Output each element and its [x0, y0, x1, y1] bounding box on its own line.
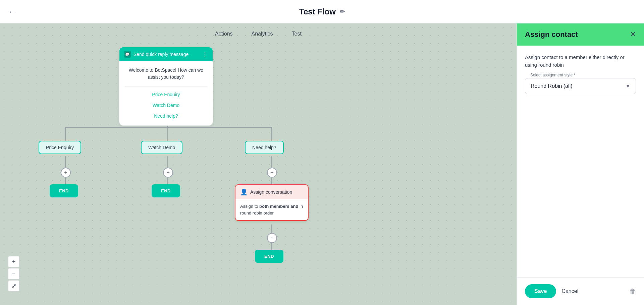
header: ← Test Flow ✏ [0, 0, 644, 23]
flow-canvas: 💬 Send quick reply message ⋮ Welcome to … [0, 44, 517, 305]
select-assignment-style-group: Select assignment style * Round Robin (a… [525, 75, 636, 94]
page-title: Test Flow ✏ [299, 7, 345, 16]
branch-price-enquiry[interactable]: Price Enquiry [39, 141, 81, 154]
branch-need-help[interactable]: Need help? [245, 141, 284, 154]
quick-reply-message: Welcome to BotSpace! How can we assist y… [125, 67, 207, 81]
right-panel-body: Assign contact to a member either direct… [517, 46, 644, 277]
add-button-watch-demo[interactable]: + [163, 168, 173, 178]
assign-conv-body: Assign to both members and in round robi… [235, 199, 308, 220]
branch-watch-demo[interactable]: Watch Demo [141, 141, 182, 154]
select-assignment-style[interactable]: Round Robin (all) ▼ [525, 78, 636, 94]
quick-reply-option-1[interactable]: Watch Demo [125, 101, 207, 109]
panel-description: Assign contact to a member either direct… [525, 54, 636, 69]
tab-actions[interactable]: Actions [206, 28, 242, 40]
quick-reply-option-0[interactable]: Price Enquiry [125, 90, 207, 99]
cancel-button[interactable]: Cancel [561, 288, 578, 294]
zoom-out-button[interactable]: − [8, 268, 19, 280]
right-panel-header: Assign contact ✕ [517, 23, 644, 46]
assign-conv-pre-text: Assign to [240, 204, 259, 209]
connector-lines [0, 44, 517, 305]
right-panel: Assign contact ✕ Assign contact to a mem… [517, 23, 644, 305]
title-text: Test Flow [299, 7, 336, 16]
quick-reply-header: 💬 Send quick reply message ⋮ [119, 47, 213, 61]
end-node-bottom: END [255, 250, 283, 263]
back-button[interactable]: ← [8, 7, 15, 16]
assign-conv-icon: 👤 [240, 188, 248, 196]
quick-reply-body: Welcome to BotSpace! How can we assist y… [119, 61, 213, 125]
message-icon: 💬 [124, 51, 131, 58]
assign-conversation-node[interactable]: 👤 Assign conversation Assign to both mem… [235, 184, 309, 221]
main-layout: Actions Analytics Test [0, 23, 644, 305]
quick-reply-label: Send quick reply message [133, 52, 189, 57]
zoom-controls: + − ⤢ [8, 256, 19, 292]
quick-reply-option-2[interactable]: Need help? [125, 112, 207, 120]
add-button-price-enquiry[interactable]: + [61, 168, 71, 178]
save-button[interactable]: Save [525, 284, 556, 298]
edit-icon[interactable]: ✏ [340, 8, 345, 15]
zoom-in-button[interactable]: + [8, 256, 19, 267]
canvas-tabs: Actions Analytics Test [0, 23, 517, 45]
back-icon: ← [8, 7, 15, 16]
chevron-down-icon: ▼ [626, 83, 630, 89]
delete-button[interactable]: 🗑 [629, 288, 636, 295]
right-panel-title: Assign contact [525, 30, 578, 39]
add-button-need-help[interactable]: + [267, 168, 277, 178]
add-button-below-assign[interactable]: + [267, 233, 277, 243]
assign-conv-bold-text: both members and [259, 204, 298, 209]
assign-conv-header: 👤 Assign conversation [235, 185, 308, 199]
right-panel-footer: Save Cancel 🗑 [517, 277, 644, 305]
fit-button[interactable]: ⤢ [8, 280, 19, 292]
select-assignment-value: Round Robin (all) [531, 83, 573, 89]
end-node-watch-demo: END [152, 184, 180, 197]
quick-reply-options: Price Enquiry Watch Demo Need help? [125, 86, 207, 120]
tab-test[interactable]: Test [282, 28, 311, 40]
assign-conv-header-text: Assign conversation [250, 189, 292, 195]
footer-actions: Save Cancel [525, 284, 578, 298]
quick-reply-menu-icon[interactable]: ⋮ [202, 51, 208, 58]
end-node-price-enquiry: END [50, 184, 78, 197]
tab-analytics[interactable]: Analytics [242, 28, 282, 40]
close-button[interactable]: ✕ [630, 30, 636, 39]
quick-reply-header-left: 💬 Send quick reply message [124, 51, 189, 58]
canvas-area: Actions Analytics Test [0, 23, 517, 305]
quick-reply-node: 💬 Send quick reply message ⋮ Welcome to … [119, 47, 213, 126]
select-assignment-label: Select assignment style * [529, 73, 577, 77]
